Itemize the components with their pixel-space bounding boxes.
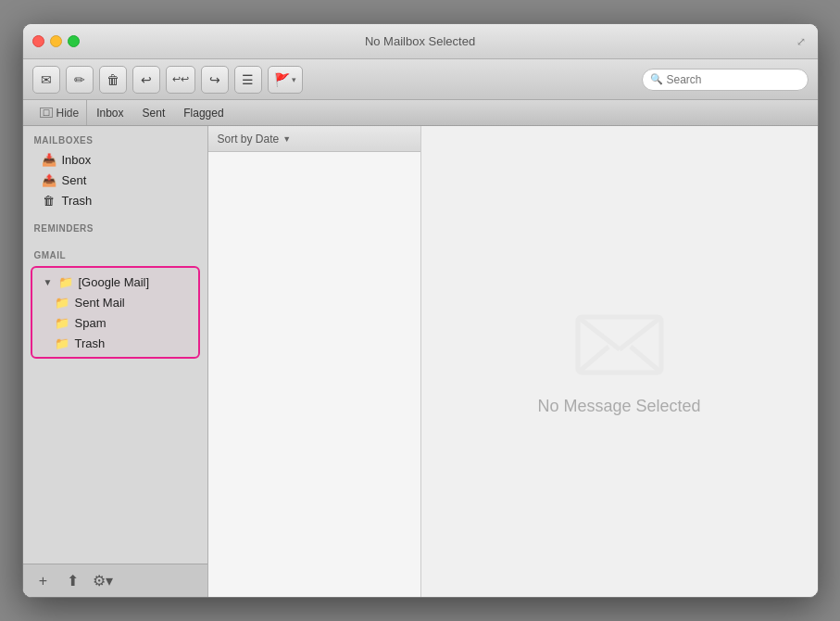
maximize-button[interactable]: [68, 35, 80, 47]
reminders-header: REMINDERS: [23, 222, 207, 237]
gmail-group: ▼ 📁 [Google Mail] 📁 Sent Mail 📁 Spam 📁: [31, 266, 200, 359]
expand-button[interactable]: ⤢: [794, 34, 809, 49]
main-content: MAILBOXES 📥 Inbox 📤 Sent 🗑 Trash REMINDE…: [23, 126, 818, 597]
favorites-bar: ☐ Hide Inbox Sent Flagged: [23, 100, 818, 126]
trash-mailbox-icon: 🗑: [42, 193, 56, 208]
favorites-sent[interactable]: Sent: [133, 105, 175, 121]
reply-all-icon: ↩↩: [172, 73, 189, 85]
reply-icon: ↩: [141, 72, 152, 87]
window-title: No Mailbox Selected: [365, 34, 475, 48]
trash-icon: 🗑: [107, 72, 119, 87]
inbox-icon: 📥: [42, 152, 56, 167]
message-list-header: Sort by Date ▼: [208, 126, 420, 152]
flag-dropdown-arrow: ▾: [292, 75, 296, 84]
reminders-section: REMINDERS: [23, 214, 207, 241]
titlebar: No Mailbox Selected ⤢: [23, 24, 818, 59]
svg-line-3: [578, 347, 608, 373]
compose-icon: ✏: [74, 72, 85, 87]
mailboxes-header: MAILBOXES: [23, 133, 207, 149]
import-button[interactable]: ⬆: [62, 570, 84, 592]
spam-label: Spam: [75, 316, 107, 330]
flag-icon: 🚩: [274, 72, 290, 87]
mailbox-icon: ☰: [242, 72, 254, 87]
gmail-section: GMAIL ▼ 📁 [Google Mail] 📁 Sent Mail 📁 S: [23, 241, 207, 364]
sidebar-bottom-toolbar: + ⬆ ⚙▾: [23, 564, 207, 597]
mail-icon: ✉: [41, 72, 52, 87]
inbox-label: Inbox: [62, 153, 92, 167]
toolbar: ✉ ✏ 🗑 ↩ ↩↩ ↪ ☰ 🚩 ▾ 🔍: [23, 59, 818, 100]
close-button[interactable]: [32, 35, 44, 47]
mailbox-button[interactable]: ☰: [234, 66, 262, 94]
sent-mail-label: Sent Mail: [75, 296, 125, 310]
search-box[interactable]: 🔍: [642, 69, 809, 91]
app-window: No Mailbox Selected ⤢ ✉ ✏ 🗑 ↩ ↩↩ ↪ ☰ 🚩 ▾: [22, 23, 819, 598]
add-mailbox-button[interactable]: +: [32, 570, 55, 592]
compose-button[interactable]: ✏: [66, 66, 94, 94]
sent-label: Sent: [62, 173, 87, 187]
hide-mailbox-icon: ☐: [40, 108, 53, 118]
sent-mail-folder-icon: 📁: [55, 295, 69, 310]
sidebar: MAILBOXES 📥 Inbox 📤 Sent 🗑 Trash REMINDE…: [23, 126, 208, 597]
search-input[interactable]: [667, 73, 806, 86]
message-list: Sort by Date ▼: [208, 126, 421, 597]
sort-dropdown-arrow[interactable]: ▼: [282, 134, 291, 144]
no-message-text: No Message Selected: [537, 397, 700, 416]
svg-line-2: [620, 317, 661, 349]
sent-icon: 📤: [42, 172, 56, 187]
sort-label: Sort by Date: [218, 133, 280, 146]
flag-button[interactable]: 🚩 ▾: [268, 66, 303, 94]
spam-folder-icon: 📁: [55, 315, 69, 330]
expand-arrow: ▼: [44, 277, 53, 287]
svg-line-1: [578, 317, 620, 349]
reply-all-button[interactable]: ↩↩: [166, 66, 195, 94]
favorites-flagged[interactable]: Flagged: [174, 105, 232, 121]
sidebar-item-sent-mail[interactable]: 📁 Sent Mail: [32, 292, 198, 312]
search-icon: 🔍: [650, 73, 663, 85]
sidebar-item-sent[interactable]: 📤 Sent: [23, 170, 207, 190]
favorites-inbox[interactable]: Inbox: [87, 105, 132, 121]
traffic-lights: [32, 35, 80, 47]
mailboxes-section: MAILBOXES 📥 Inbox 📤 Sent 🗑 Trash: [23, 126, 207, 214]
gmail-trash-label: Trash: [75, 336, 106, 350]
message-pane: No Message Selected: [421, 126, 818, 597]
sidebar-item-gmail-trash[interactable]: 📁 Trash: [32, 333, 198, 353]
sidebar-item-inbox[interactable]: 📥 Inbox: [23, 149, 207, 170]
sidebar-item-google-mail[interactable]: ▼ 📁 [Google Mail]: [32, 272, 198, 292]
gmail-header: GMAIL: [23, 248, 207, 264]
minimize-button[interactable]: [50, 35, 62, 47]
forward-icon: ↪: [209, 72, 220, 87]
forward-button[interactable]: ↪: [201, 66, 229, 94]
no-message-icon: [573, 308, 666, 382]
google-mail-label: [Google Mail]: [79, 275, 150, 289]
google-mail-folder-icon: 📁: [58, 274, 73, 289]
sidebar-item-spam[interactable]: 📁 Spam: [32, 312, 198, 333]
trash-label: Trash: [62, 194, 93, 208]
settings-button[interactable]: ⚙▾: [92, 570, 114, 592]
new-message-button[interactable]: ✉: [32, 66, 60, 94]
delete-button[interactable]: 🗑: [99, 66, 127, 94]
hide-button[interactable]: ☐ Hide: [32, 100, 88, 125]
hide-label: Hide: [56, 107, 80, 120]
reply-button[interactable]: ↩: [132, 66, 160, 94]
svg-line-4: [631, 347, 661, 373]
sidebar-item-trash[interactable]: 🗑 Trash: [23, 190, 207, 210]
gmail-trash-folder-icon: 📁: [55, 336, 69, 350]
